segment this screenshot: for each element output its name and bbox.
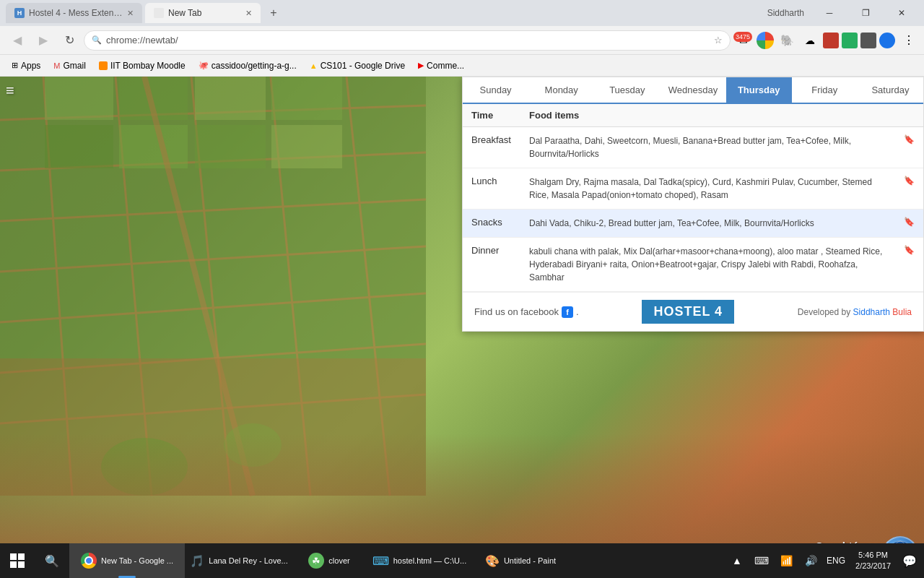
developer-last[interactable]: Bulia	[892, 307, 912, 317]
tab-thursday[interactable]: Thursday	[726, 77, 792, 103]
search-icon: 🔍	[92, 35, 102, 45]
bookmark-breakfast[interactable]: 🔖	[895, 127, 923, 168]
win-logo-q1	[10, 553, 17, 560]
minimize-button[interactable]: ─	[813, 3, 846, 23]
bookmark-cs101[interactable]: ▲ CS101 - Google Drive	[304, 59, 411, 72]
taskbar-search-button[interactable]: 🔍	[35, 543, 69, 578]
tab-close-newtab[interactable]: ✕	[245, 9, 252, 18]
bookmark-snacks[interactable]: 🔖	[895, 210, 923, 238]
maximize-button[interactable]: ❐	[849, 3, 882, 23]
tab-saturday[interactable]: Saturday	[858, 77, 923, 103]
hamburger-menu[interactable]: ≡	[6, 82, 14, 99]
back-button[interactable]: ◀	[6, 29, 29, 52]
taskbar-music-label: Lana Del Rey - Love...	[209, 556, 287, 565]
col-time: Time	[463, 104, 520, 127]
apps-icon: ⊞	[12, 61, 18, 70]
tab-sunday[interactable]: Sunday	[463, 77, 528, 103]
bookmark-gmail[interactable]: M Gmail	[48, 59, 92, 72]
extension-icon-red[interactable]	[823, 33, 839, 48]
win-logo-q4	[18, 561, 25, 568]
tray-volume-icon[interactable]: 🔊	[799, 549, 822, 572]
bookmark-cassidoo[interactable]: 🐙 cassidoo/getting-a-g...	[193, 59, 302, 72]
address-input[interactable]	[106, 35, 710, 46]
meal-time-snacks: Snacks	[463, 210, 520, 238]
taskbar-chrome[interactable]: New Tab - Google ...	[69, 543, 185, 578]
facebook-icon[interactable]: f	[562, 306, 573, 318]
windows-logo	[10, 553, 25, 568]
developer-name[interactable]: Siddharth	[853, 307, 890, 317]
taskbar-music[interactable]: 🎵 Lana Del Rey - Love...	[185, 543, 293, 578]
tab-hostel4[interactable]: H Hostel 4 - Mess Extensio... ✕	[6, 3, 142, 23]
extension-icon-blue[interactable]	[879, 33, 895, 48]
day-tabs: Sunday Monday Tuesday Wednesday Thursday…	[463, 77, 923, 104]
bookmark-moodle[interactable]: IIT Bombay Moodle	[93, 59, 191, 72]
bookmark-gmail-label: Gmail	[64, 61, 86, 71]
bookmark-cs101-label: CS101 - Google Drive	[321, 61, 405, 71]
taskbar-code[interactable]: ⌨ hostel.html — C:\U...	[365, 543, 474, 578]
tray-expand-icon[interactable]: ▲	[725, 549, 749, 572]
bookmarks-bar: ⊞ Apps M Gmail IIT Bombay Moodle 🐙 cassi…	[0, 55, 924, 77]
tab-wednesday[interactable]: Wednesday	[660, 77, 725, 103]
youtube-favicon: ▶	[418, 61, 424, 70]
taskbar-clover[interactable]: ☘ clover	[293, 543, 365, 578]
address-bar[interactable]: 🔍 ☆	[84, 30, 731, 51]
bookmark-comme-label: Comme...	[427, 61, 464, 71]
tab-close-hostel4[interactable]: ✕	[127, 9, 134, 18]
reload-button[interactable]: ↻	[58, 29, 81, 52]
paint-taskbar-icon: 🎨	[485, 554, 500, 568]
bookmark-dinner[interactable]: 🔖	[895, 238, 923, 292]
new-tab-button[interactable]: +	[263, 3, 284, 23]
extension-icon-dark[interactable]	[860, 33, 876, 48]
language-indicator[interactable]: ENG	[824, 553, 848, 569]
more-button[interactable]: ⋮	[898, 30, 918, 51]
bookmark-apps-label: Apps	[21, 61, 40, 71]
clock-time: 5:46 PM	[855, 550, 891, 561]
meal-time-lunch: Lunch	[463, 168, 520, 210]
evernote-icon[interactable]: 🐘	[777, 30, 797, 51]
tray-tablet-icon[interactable]: ⌨	[750, 549, 773, 572]
window-close-button[interactable]: ✕	[885, 3, 918, 23]
meal-time-breakfast: Breakfast	[463, 127, 520, 168]
gmail-favicon: M	[53, 61, 60, 70]
taskbar: 🔍 New Tab - Google ... 🎵 Lana Del Rey - …	[0, 543, 924, 578]
extension-icon-green[interactable]	[842, 33, 858, 48]
tab-label-newtab: New Tab	[168, 8, 201, 18]
bookmark-star-icon[interactable]: ☆	[714, 35, 723, 46]
footer-period: .	[576, 306, 579, 317]
popup-footer: Find us on facebook f . HOSTEL 4 Develop…	[463, 292, 923, 331]
taskbar-chrome-label: New Tab - Google ...	[101, 556, 173, 565]
tab-tuesday[interactable]: Tuesday	[594, 77, 660, 103]
taskbar-search-icon: 🔍	[45, 554, 59, 568]
tab-friday[interactable]: Friday	[792, 77, 858, 103]
gmail-icon-wrapper: ✉ 3475	[733, 30, 754, 51]
bookmark-comme[interactable]: ▶ Comme...	[412, 59, 470, 72]
cloud-icon[interactable]: ☁	[800, 30, 820, 51]
bookmark-cassidoo-label: cassidoo/getting-a-g...	[212, 61, 297, 71]
title-bar: H Hostel 4 - Mess Extensio... ✕ New Tab …	[0, 0, 924, 26]
tray-network-icon[interactable]: 📶	[775, 549, 798, 572]
browser-frame: H Hostel 4 - Mess Extensio... ✕ New Tab …	[0, 0, 924, 578]
gmail-badge: 3475	[733, 32, 752, 42]
bookmark-apps[interactable]: ⊞ Apps	[6, 59, 46, 72]
svg-rect-13	[45, 77, 113, 120]
meal-food-dinner: kabuli chana with palak, Mix Dal(arhar+m…	[520, 238, 895, 292]
bookmark-lunch[interactable]: 🔖	[895, 168, 923, 210]
system-clock[interactable]: 5:46 PM 2/23/2017	[850, 547, 897, 575]
taskbar-paint[interactable]: 🎨 Untitled - Paint	[474, 543, 567, 578]
forward-button[interactable]: ▶	[32, 29, 55, 52]
clock-date: 2/23/2017	[855, 561, 891, 571]
svg-rect-16	[271, 77, 342, 120]
notification-button[interactable]: 💬	[898, 549, 921, 572]
svg-rect-20	[271, 125, 342, 168]
taskbar-paint-label: Untitled - Paint	[504, 556, 556, 565]
start-button[interactable]	[0, 543, 35, 578]
svg-rect-19	[195, 125, 266, 168]
meal-time-dinner: Dinner	[463, 238, 520, 292]
meal-row-dinner: Dinner kabuli chana with palak, Mix Dal(…	[463, 238, 923, 292]
google-icon[interactable]	[757, 32, 774, 49]
svg-rect-15	[195, 77, 266, 120]
tab-monday[interactable]: Monday	[528, 77, 594, 103]
developer-first: Siddharth	[853, 307, 890, 317]
tab-newtab[interactable]: New Tab ✕	[145, 3, 261, 23]
taskbar-code-label: hostel.html — C:\U...	[393, 556, 466, 565]
